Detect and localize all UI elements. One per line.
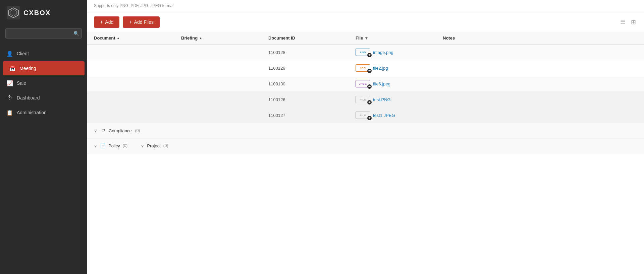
sidebar-item-dashboard[interactable]: ⏱ Dashboard (0, 91, 87, 105)
cell-doc-id-3: 1100126 (268, 97, 356, 102)
search-input[interactable] (5, 28, 82, 39)
cell-file-0: PNG 👁 image.png (356, 49, 443, 56)
col-header-briefing[interactable]: Briefing ▲ (181, 36, 268, 41)
cell-file-4: FILE 👁 test1.JPEG (356, 112, 443, 119)
compliance-label: Compliance (109, 128, 132, 133)
cell-doc-id-0: 1100128 (268, 50, 356, 55)
plus-icon: + (100, 19, 103, 25)
sidebar-item-label-meeting: Meeting (19, 66, 36, 71)
cell-doc-id-1: 1100129 (268, 66, 356, 71)
cell-doc-id-2: 1100130 (268, 81, 356, 86)
table-row: 1100129 JPG 👁 file2.jpg (87, 60, 644, 76)
logo-icon (7, 6, 20, 19)
col-header-document-id: Document ID (268, 36, 356, 41)
compliance-count: (0) (135, 128, 140, 133)
col-header-notes: Notes (443, 36, 637, 41)
cell-file-3: FILE 👁 test.PNG (356, 96, 443, 103)
cell-file-1: JPG 👁 file2.jpg (356, 64, 443, 72)
logo: CXBOX (0, 0, 87, 25)
grid-view-button[interactable]: ⊞ (630, 17, 637, 27)
project-count: (0) (163, 143, 168, 148)
table-header: Document ▲ Briefing ▲ Document ID File ▼… (87, 32, 644, 45)
add-button[interactable]: + Add (94, 16, 119, 28)
sidebar-item-label-administration: Administration (17, 110, 47, 115)
cell-file-2: JPEG 👁 file6.jpeg (356, 80, 443, 87)
sidebar-item-label-dashboard: Dashboard (17, 95, 40, 100)
sidebar-item-client[interactable]: 👤 Client (0, 47, 87, 61)
table-row: 1100127 FILE 👁 test1.JPEG (87, 108, 644, 123)
svg-rect-0 (7, 6, 20, 19)
project-chevron[interactable]: ∨ (141, 143, 144, 148)
filter-icon-file[interactable]: ▼ (364, 36, 368, 41)
eye-icon-1: 👁 (367, 69, 372, 73)
search-icon: 🔍 (73, 31, 79, 36)
file-badge-jpg: JPG 👁 (356, 64, 370, 72)
cell-doc-id-4: 1100127 (268, 113, 356, 118)
sidebar-item-meeting[interactable]: 📅 Meeting (3, 61, 85, 75)
eye-icon-0: 👁 (367, 53, 372, 57)
plus-files-icon: + (129, 19, 132, 25)
compliance-icon: 🛡 (101, 128, 105, 133)
file-badge-file-3: FILE 👁 (356, 96, 370, 103)
policy-label: Policy (108, 143, 120, 148)
file-badge-file-4: FILE 👁 (356, 112, 370, 119)
eye-icon-3: 👁 (367, 100, 372, 105)
client-icon: 👤 (7, 51, 13, 57)
meeting-icon: 📅 (9, 65, 15, 71)
policy-item: ∨ 📄 Policy (0) (94, 143, 127, 148)
policy-count: (0) (123, 143, 128, 148)
sort-icon-document: ▲ (117, 36, 120, 40)
sidebar-item-administration[interactable]: 📋 Administration (0, 106, 87, 120)
file-link-1[interactable]: file2.jpg (373, 66, 388, 71)
search-wrapper: 🔍 (0, 25, 87, 44)
policy-icon: 📄 (100, 143, 106, 148)
add-files-button[interactable]: + Add Files (123, 16, 160, 28)
file-link-0[interactable]: image.png (373, 50, 393, 55)
format-note: Supports only PNG, PDF, JPG, JPEG format (87, 0, 644, 12)
sidebar-item-label-client: Client (17, 51, 29, 56)
project-label: Project (147, 143, 160, 148)
table-row: 1100126 FILE 👁 test.PNG (87, 92, 644, 108)
toolbar: + Add + Add Files ☰ ⊞ (87, 12, 644, 32)
table-row: 1100130 JPEG 👁 file6.jpeg (87, 76, 644, 92)
list-view-button[interactable]: ☰ (619, 17, 627, 27)
file-link-3[interactable]: test.PNG (373, 97, 391, 102)
policy-project-row: ∨ 📄 Policy (0) ∨ Project (0) (87, 138, 644, 153)
sidebar-item-label-sale: Sale (17, 80, 26, 86)
view-toggle: ☰ ⊞ (619, 17, 637, 27)
policy-chevron[interactable]: ∨ (94, 143, 97, 148)
sort-icon-briefing: ▲ (199, 36, 202, 40)
compliance-section-row: ∨ 🛡 Compliance (0) (87, 123, 644, 138)
compliance-chevron[interactable]: ∨ (94, 128, 97, 133)
table-row: 1100128 PNG 👁 image.png (87, 45, 644, 60)
file-link-2[interactable]: file6.jpeg (373, 81, 390, 86)
sidebar-nav: 👤 Client 📅 Meeting 📈 Sale ⏱ Dashboard 📋 … (0, 44, 87, 122)
sale-icon: 📈 (7, 80, 13, 86)
sidebar: CXBOX 🔍 👤 Client 📅 Meeting 📈 Sale ⏱ Dash… (0, 0, 87, 274)
dashboard-icon: ⏱ (7, 95, 13, 101)
file-link-4[interactable]: test1.JPEG (373, 113, 395, 118)
sidebar-item-sale[interactable]: 📈 Sale (0, 76, 87, 90)
file-badge-jpeg: JPEG 👁 (356, 80, 370, 87)
administration-icon: 📋 (7, 110, 13, 116)
col-header-document[interactable]: Document ▲ (94, 36, 181, 41)
eye-icon-4: 👁 (367, 116, 372, 120)
main-content: Supports only PNG, PDF, JPG, JPEG format… (87, 0, 644, 274)
file-badge-png: PNG 👁 (356, 49, 370, 56)
eye-icon-2: 👁 (367, 84, 372, 89)
col-header-file[interactable]: File ▼ (356, 36, 443, 41)
logo-text: CXBOX (23, 9, 51, 17)
project-item: ∨ Project (0) (141, 143, 168, 148)
